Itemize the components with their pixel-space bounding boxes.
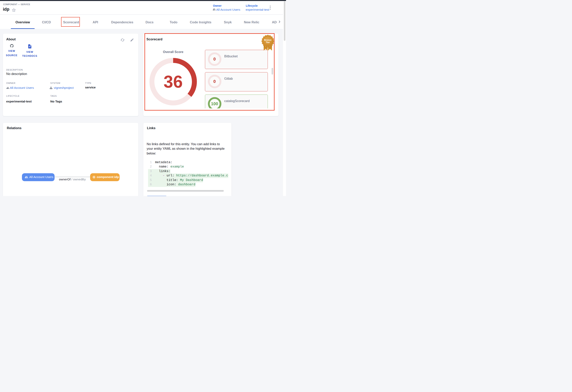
svg-text:Tier: Tier <box>266 41 270 44</box>
svg-text:Bronze: Bronze <box>264 39 271 41</box>
